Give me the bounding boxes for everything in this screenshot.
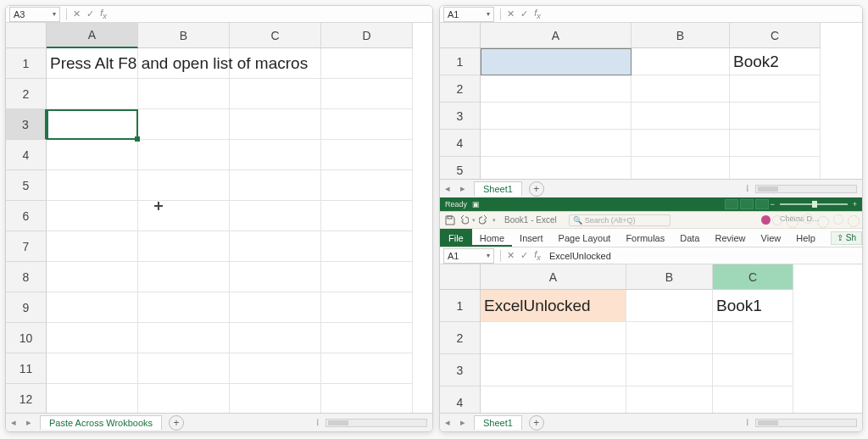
- cell-C3[interactable]: [230, 109, 321, 140]
- row-header-8[interactable]: 8: [6, 262, 47, 292]
- cell-B2[interactable]: [626, 322, 713, 354]
- cell-D2[interactable]: [321, 79, 413, 109]
- add-sheet-button[interactable]: +: [529, 181, 544, 197]
- row-header-3[interactable]: 3: [440, 103, 481, 130]
- ribbon-tab-review[interactable]: Review: [707, 229, 753, 247]
- name-box[interactable]: A1 ▾: [443, 248, 494, 264]
- ribbon-tab-page-layout[interactable]: Page Layout: [551, 229, 619, 247]
- ribbon-tab-view[interactable]: View: [754, 229, 789, 247]
- chevron-down-icon[interactable]: ▾: [492, 217, 496, 224]
- column-header-B[interactable]: B: [632, 23, 730, 48]
- cell-B2[interactable]: [632, 75, 730, 103]
- row-header-10[interactable]: 10: [6, 323, 47, 353]
- row-header-1[interactable]: 1: [440, 48, 481, 75]
- fx-icon[interactable]: fx: [531, 8, 544, 20]
- scroll-thumb[interactable]: [328, 420, 348, 425]
- select-all-corner[interactable]: [6, 23, 47, 48]
- column-header-C[interactable]: C: [713, 264, 793, 290]
- cell-D6[interactable]: [321, 201, 413, 231]
- cell-D11[interactable]: [321, 353, 413, 384]
- sheet-tab[interactable]: Paste Across Wrokbooks: [40, 415, 162, 430]
- ribbon-tab-data[interactable]: Data: [672, 229, 707, 247]
- cell-A3[interactable]: [47, 109, 138, 140]
- h-scrollbar[interactable]: [326, 419, 427, 427]
- cell-A4[interactable]: [481, 130, 632, 157]
- row-header-11[interactable]: 11: [6, 353, 47, 384]
- cell-D5[interactable]: [321, 170, 413, 201]
- enter-icon[interactable]: ✓: [83, 8, 97, 19]
- cell-D3[interactable]: [321, 109, 413, 140]
- row-header-1[interactable]: 1: [440, 290, 481, 322]
- cell-C11[interactable]: [230, 353, 321, 384]
- cell-C6[interactable]: [230, 201, 321, 231]
- redo-icon[interactable]: [479, 215, 489, 225]
- cell-C12[interactable]: [230, 384, 321, 414]
- cell-A1[interactable]: ExcelUnlocked: [481, 290, 626, 322]
- cell-C1[interactable]: Book2: [730, 48, 821, 75]
- row-header-2[interactable]: 2: [440, 75, 481, 103]
- enter-icon[interactable]: ✓: [517, 250, 531, 261]
- split-handle-icon[interactable]: ⁞: [310, 417, 326, 428]
- cell-A11[interactable]: [47, 353, 138, 384]
- select-all-corner[interactable]: [440, 264, 481, 290]
- select-all-corner[interactable]: [440, 23, 481, 48]
- sheet-tab[interactable]: Sheet1: [474, 415, 522, 430]
- cell-D8[interactable]: [321, 262, 413, 292]
- column-header-A[interactable]: A: [47, 23, 138, 48]
- cell-B7[interactable]: [138, 231, 230, 262]
- cell-C4[interactable]: [230, 140, 321, 170]
- split-handle-icon[interactable]: ⁞: [740, 417, 755, 428]
- cell-A3[interactable]: [481, 354, 626, 386]
- cell-B1[interactable]: [626, 290, 713, 322]
- cell-C3[interactable]: [713, 354, 793, 386]
- cell-A2[interactable]: [47, 79, 138, 109]
- cell-D1[interactable]: [321, 48, 413, 79]
- scroll-thumb[interactable]: [758, 186, 778, 192]
- cell-D9[interactable]: [321, 292, 413, 323]
- save-icon[interactable]: [445, 215, 455, 225]
- h-scrollbar[interactable]: [755, 419, 857, 427]
- chevron-down-icon[interactable]: ▾: [487, 252, 490, 259]
- cell-B3[interactable]: [138, 109, 230, 140]
- column-header-C[interactable]: C: [730, 23, 821, 48]
- row-header-4[interactable]: 4: [440, 130, 481, 157]
- cell-C1[interactable]: Book1: [713, 290, 793, 322]
- cell-B2[interactable]: [138, 79, 230, 109]
- cell-A9[interactable]: [47, 292, 138, 323]
- ribbon-tab-formulas[interactable]: Formulas: [618, 229, 672, 247]
- cell-C3[interactable]: [730, 103, 821, 130]
- share-button[interactable]: ⇪ Sh: [831, 231, 862, 245]
- view-page-break-button[interactable]: [755, 199, 769, 209]
- cell-B12[interactable]: [138, 384, 230, 414]
- cell-A1[interactable]: [481, 48, 632, 75]
- row-header-2[interactable]: 2: [440, 322, 481, 354]
- row-header-2[interactable]: 2: [6, 79, 47, 109]
- chevron-down-icon[interactable]: ▾: [53, 10, 56, 18]
- cancel-icon[interactable]: ✕: [504, 250, 517, 261]
- row-header-6[interactable]: 6: [6, 201, 47, 231]
- row-header-12[interactable]: 12: [6, 384, 47, 414]
- cell-D12[interactable]: [321, 384, 413, 414]
- cancel-icon[interactable]: ✕: [70, 8, 83, 19]
- cell-D10[interactable]: [321, 323, 413, 353]
- chevron-down-icon[interactable]: ▾: [487, 10, 490, 18]
- cell-B9[interactable]: [138, 292, 230, 323]
- row-header-3[interactable]: 3: [440, 354, 481, 386]
- ribbon-tab-home[interactable]: Home: [472, 229, 512, 247]
- cell-D7[interactable]: [321, 231, 413, 262]
- view-normal-button[interactable]: [725, 199, 738, 209]
- cell-B3[interactable]: [632, 103, 730, 130]
- zoom-out-button[interactable]: −: [770, 200, 774, 208]
- fill-handle[interactable]: [135, 136, 140, 142]
- cell-C2[interactable]: [230, 79, 321, 109]
- cell-B3[interactable]: [626, 354, 713, 386]
- formula-content[interactable]: ExcelUnlocked: [544, 251, 862, 261]
- cell-A12[interactable]: [47, 384, 138, 414]
- add-sheet-button[interactable]: +: [529, 415, 544, 431]
- column-header-A[interactable]: A: [481, 23, 632, 48]
- column-header-B[interactable]: B: [138, 23, 230, 48]
- cell-B1[interactable]: [632, 48, 730, 75]
- name-box[interactable]: A3 ▾: [9, 7, 60, 22]
- zoom-in-button[interactable]: +: [853, 200, 857, 208]
- cell-C8[interactable]: [230, 262, 321, 292]
